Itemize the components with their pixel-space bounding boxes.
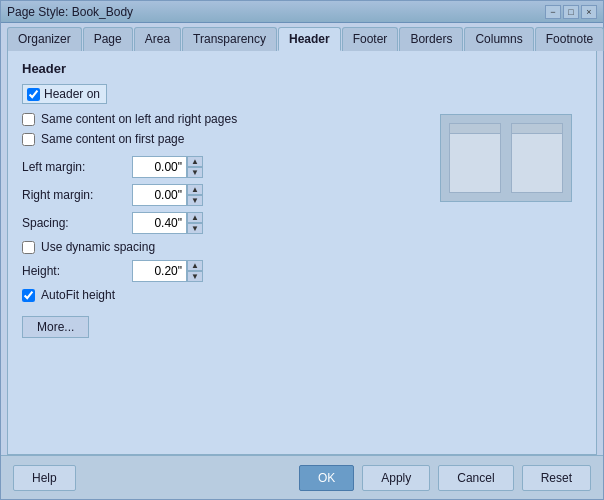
spacing-row: Spacing: ▲ ▼: [22, 212, 582, 234]
right-margin-up[interactable]: ▲: [187, 184, 203, 195]
right-margin-spinners: ▲ ▼: [187, 184, 203, 206]
tab-page[interactable]: Page: [83, 27, 133, 51]
content-area: Header Header on Same content on left an…: [7, 51, 597, 455]
right-margin-down[interactable]: ▼: [187, 195, 203, 206]
main-window: Page Style: Book_Body − □ × Organizer Pa…: [0, 0, 604, 500]
left-margin-input[interactable]: 0.00": [132, 156, 187, 178]
header-on-checkbox[interactable]: [27, 88, 40, 101]
right-margin-label: Right margin:: [22, 188, 132, 202]
title-bar-buttons: − □ ×: [545, 5, 597, 19]
left-margin-up[interactable]: ▲: [187, 156, 203, 167]
same-first-label: Same content on first page: [41, 132, 184, 146]
bottom-right: OK Apply Cancel Reset: [299, 465, 591, 491]
right-margin-input[interactable]: [132, 184, 187, 206]
tab-organizer[interactable]: Organizer: [7, 27, 82, 51]
ok-button[interactable]: OK: [299, 465, 354, 491]
header-content: Header on Same content on left and right…: [22, 84, 582, 338]
left-margin-label: Left margin:: [22, 160, 132, 174]
same-first-checkbox[interactable]: [22, 133, 35, 146]
close-button[interactable]: ×: [581, 5, 597, 19]
autofit-row: AutoFit height: [22, 288, 582, 302]
title-bar: Page Style: Book_Body − □ ×: [1, 1, 603, 23]
height-input-wrap: ▲ ▼: [132, 260, 203, 282]
tab-transparency[interactable]: Transparency: [182, 27, 277, 51]
page-body-left: [450, 134, 500, 192]
page-body-right: [512, 134, 562, 192]
page-preview-right: [511, 123, 563, 193]
height-label: Height:: [22, 264, 132, 278]
help-button[interactable]: Help: [13, 465, 76, 491]
dynamic-spacing-label: Use dynamic spacing: [41, 240, 155, 254]
minimize-button[interactable]: −: [545, 5, 561, 19]
left-margin-down[interactable]: ▼: [187, 167, 203, 178]
page-header-indicator-right: [512, 124, 562, 134]
header-on-box: Header on: [22, 84, 107, 104]
autofit-checkbox[interactable]: [22, 289, 35, 302]
apply-button[interactable]: Apply: [362, 465, 430, 491]
page-header-indicator-left: [450, 124, 500, 134]
maximize-button[interactable]: □: [563, 5, 579, 19]
right-margin-input-wrap: ▲ ▼: [132, 184, 203, 206]
dynamic-spacing-checkbox[interactable]: [22, 241, 35, 254]
spacing-down[interactable]: ▼: [187, 223, 203, 234]
left-margin-input-wrap: 0.00" ▲ ▼: [132, 156, 203, 178]
same-lr-checkbox[interactable]: [22, 113, 35, 126]
page-preview-left: [449, 123, 501, 193]
height-row: Height: ▲ ▼: [22, 260, 582, 282]
tab-header[interactable]: Header: [278, 27, 341, 51]
tab-columns[interactable]: Columns: [464, 27, 533, 51]
header-on-label: Header on: [44, 87, 100, 101]
spacing-up[interactable]: ▲: [187, 212, 203, 223]
spacing-spinners: ▲ ▼: [187, 212, 203, 234]
height-down[interactable]: ▼: [187, 271, 203, 282]
window-title: Page Style: Book_Body: [7, 5, 133, 19]
more-button[interactable]: More...: [22, 316, 89, 338]
bottom-left: Help: [13, 465, 76, 491]
spacing-input-wrap: ▲ ▼: [132, 212, 203, 234]
height-input[interactable]: [132, 260, 187, 282]
spacing-input[interactable]: [132, 212, 187, 234]
same-lr-label: Same content on left and right pages: [41, 112, 237, 126]
tab-footer[interactable]: Footer: [342, 27, 399, 51]
tab-borders[interactable]: Borders: [399, 27, 463, 51]
tab-area[interactable]: Area: [134, 27, 181, 51]
bottom-bar: Help OK Apply Cancel Reset: [1, 455, 603, 499]
dynamic-spacing-row: Use dynamic spacing: [22, 240, 582, 254]
reset-button[interactable]: Reset: [522, 465, 591, 491]
height-spinners: ▲ ▼: [187, 260, 203, 282]
autofit-label: AutoFit height: [41, 288, 115, 302]
left-margin-spinners: ▲ ▼: [187, 156, 203, 178]
section-title: Header: [22, 61, 582, 76]
height-up[interactable]: ▲: [187, 260, 203, 271]
cancel-button[interactable]: Cancel: [438, 465, 513, 491]
tab-footnote[interactable]: Footnote: [535, 27, 604, 51]
tabs-bar: Organizer Page Area Transparency Header …: [1, 23, 603, 51]
spacing-label: Spacing:: [22, 216, 132, 230]
